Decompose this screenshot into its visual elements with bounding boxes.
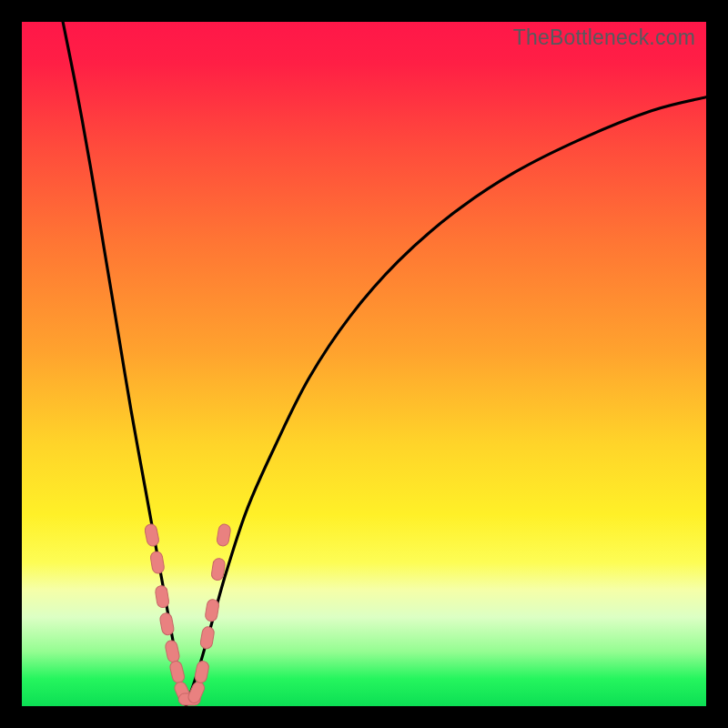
- sample-marker: [168, 660, 185, 683]
- sample-marker: [150, 551, 166, 574]
- right-branch-path: [186, 97, 706, 706]
- sample-marker: [187, 680, 207, 704]
- sample-marker: [165, 640, 181, 663]
- plot-area: TheBottleneck.com: [22, 22, 706, 706]
- sample-marker: [199, 626, 215, 650]
- sample-marker: [217, 523, 232, 547]
- sample-marker: [205, 599, 220, 622]
- sample-marker: [159, 612, 175, 636]
- curve-layer: [22, 22, 706, 706]
- sample-marker: [144, 523, 159, 547]
- sample-marker: [194, 660, 209, 683]
- sample-marker: [155, 585, 170, 609]
- chart-frame: TheBottleneck.com: [0, 0, 728, 728]
